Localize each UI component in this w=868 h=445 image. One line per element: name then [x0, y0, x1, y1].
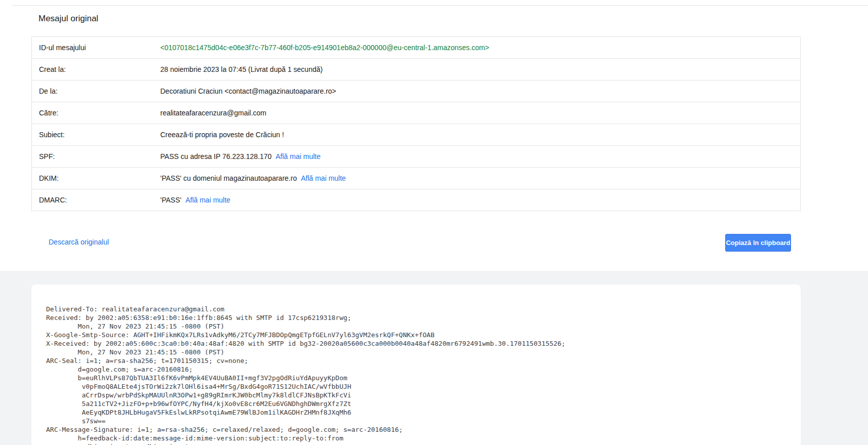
row-label: DKIM: — [32, 168, 160, 189]
row-value: realitateafaracenzura@gmail.com — [160, 102, 801, 124]
table-row-spf: SPF: PASS cu adresa IP 76.223.128.170Afl… — [32, 146, 801, 168]
download-original-link[interactable]: Descarcă originalul — [49, 238, 109, 246]
table-row-message-id: ID-ul mesajului <0107018c1475d04c-e06e3f… — [32, 37, 801, 59]
dmarc-learn-more-link[interactable]: Află mai multe — [185, 196, 230, 204]
table-row-dkim: DKIM: 'PASS' cu domeniul magazinautoapar… — [32, 168, 801, 189]
row-label: SPF: — [32, 146, 160, 168]
row-label: De la: — [32, 80, 160, 102]
row-label: Către: — [32, 102, 160, 124]
row-value: PASS cu adresa IP 76.223.128.170 — [161, 152, 272, 160]
table-row-dmarc: DMARC: 'PASS'Află mai multe — [32, 189, 801, 211]
table-row-from: De la: Decoratiuni Craciun <contact@maga… — [32, 80, 801, 102]
copy-to-clipboard-button[interactable]: Copiază în clipboard — [725, 234, 791, 252]
row-value: 'PASS' — [161, 196, 182, 204]
row-label: Creat la: — [32, 59, 160, 80]
table-row-created-at: Creat la: 28 noiembrie 2023 la 07:45 (Li… — [32, 59, 801, 80]
message-id-value: <0107018c1475d04c-e06e3f7c-7b77-460f-b20… — [161, 44, 489, 52]
dkim-learn-more-link[interactable]: Află mai multe — [301, 174, 346, 182]
table-row-subject: Subiect: Creează-ti propria poveste de C… — [32, 124, 801, 146]
message-headers-table: ID-ul mesajului <0107018c1475d04c-e06e3f… — [31, 36, 801, 211]
row-label: ID-ul mesajului — [32, 37, 160, 59]
page-title: Mesajul original — [38, 14, 98, 24]
row-label: DMARC: — [32, 189, 160, 211]
row-label: Subiect: — [32, 124, 160, 146]
row-value: 28 noiembrie 2023 la 07:45 (Livrat după … — [160, 59, 801, 80]
top-divider — [13, 5, 868, 6]
row-value: Creează-ti propria poveste de Crăciun ! — [160, 124, 801, 146]
row-value: 'PASS' cu domeniul magazinautoaparare.ro — [161, 174, 297, 182]
raw-message-section: Delivered-To: realitateafaracenzura@gmai… — [0, 271, 868, 445]
raw-message-text: Delivered-To: realitateafaracenzura@gmai… — [31, 285, 801, 445]
raw-message-card: Delivered-To: realitateafaracenzura@gmai… — [31, 285, 801, 445]
table-row-to: Către: realitateafaracenzura@gmail.com — [32, 102, 801, 124]
spf-learn-more-link[interactable]: Află mai multe — [275, 152, 321, 160]
row-value: Decoratiuni Craciun <contact@magazinauto… — [160, 80, 801, 102]
